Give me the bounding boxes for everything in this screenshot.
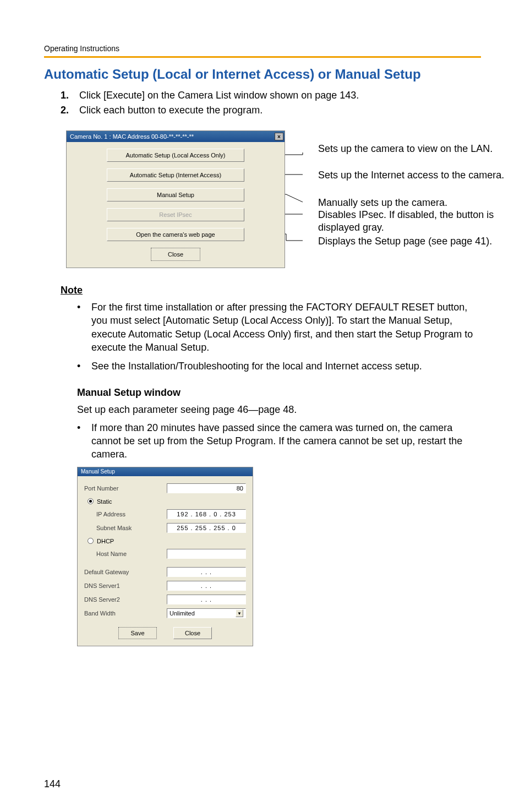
step-2: 2. Click each button to execute the prog… — [61, 105, 481, 116]
radio-selected-icon — [88, 498, 94, 504]
reset-ipsec-button[interactable]: Reset IPsec — [107, 208, 244, 221]
bandwidth-row: Band Width Unlimited ▼ — [84, 607, 246, 620]
bandwidth-select[interactable]: Unlimited ▼ — [167, 608, 246, 618]
save-button[interactable]: Save — [118, 627, 157, 639]
host-row: Host Name — [84, 547, 246, 561]
open-camera-webpage-button[interactable]: Open the camera's web page — [107, 228, 244, 241]
step-1: 1. Click [Execute] on the Camera List wi… — [61, 90, 481, 101]
dns2-field[interactable]: . . . — [167, 595, 246, 604]
note-list: For the first time installation or after… — [77, 301, 481, 373]
subnet-field[interactable]: 255 . 255 . 255 . 0 — [167, 523, 246, 533]
manual-window-body: Port Number 80 Static IP Address 192 . 1… — [78, 476, 253, 646]
manual-window-title: Manual Setup — [78, 467, 253, 476]
note-bullet-1: For the first time installation or after… — [77, 301, 481, 354]
static-radio[interactable]: Static — [84, 495, 246, 508]
gateway-field[interactable]: . . . — [167, 567, 246, 577]
host-field[interactable] — [167, 549, 246, 559]
step-2-num: 2. — [61, 105, 79, 116]
annotation-open: Displays the Setup page (see page 41). — [318, 235, 525, 248]
manual-close-button[interactable]: Close — [173, 627, 212, 639]
subnet-label: Subnet Mask — [84, 525, 167, 531]
dns1-label: DNS Server1 — [84, 582, 167, 589]
close-icon[interactable]: × — [275, 133, 283, 140]
dns2-label: DNS Server2 — [84, 596, 167, 603]
ip-row: IP Address 192 . 168 . 0 . 253 — [84, 508, 246, 521]
step-list: 1. Click [Execute] on the Camera List wi… — [44, 90, 481, 116]
step-1-text: Click [Execute] on the Camera List windo… — [79, 90, 359, 101]
annotation-manual: Manually sets up the camera. — [318, 197, 525, 209]
dns2-row: DNS Server2 . . . — [84, 593, 246, 607]
annotation-internet: Sets up the Internet access to the camer… — [318, 169, 525, 182]
gateway-row: Default Gateway . . . — [84, 565, 246, 579]
section-title: Automatic Setup (Local or Internet Acces… — [44, 67, 481, 82]
annotation-reset: Disables IPsec. If disabled, the button … — [318, 209, 525, 233]
ip-label: IP Address — [84, 511, 167, 517]
setup-diagram: Camera No. 1 : MAC Address 00-80-**-**-*… — [66, 130, 481, 268]
automatic-setup-internet-button[interactable]: Automatic Setup (Internet Access) — [107, 168, 244, 182]
manual-setup-desc: Set up each parameter seeing page 46—pag… — [77, 403, 481, 416]
manual-setup-bullets: If more than 20 minutes have passed sinc… — [77, 421, 481, 461]
automatic-setup-local-button[interactable]: Automatic Setup (Local Access Only) — [107, 149, 244, 162]
close-button[interactable]: Close — [151, 248, 200, 261]
annotation-local: Sets up the camera to view on the LAN. — [318, 143, 525, 155]
header-title: Operating Instructions — [44, 44, 481, 53]
window-title: Camera No. 1 : MAC Address 00-80-**-**-*… — [70, 133, 194, 140]
port-label: Port Number — [84, 485, 167, 492]
step-1-num: 1. — [61, 90, 79, 101]
window-titlebar: Camera No. 1 : MAC Address 00-80-**-**-*… — [67, 131, 285, 142]
header-rule — [44, 56, 481, 58]
port-row: Port Number 80 — [84, 482, 246, 495]
window-body: Automatic Setup (Local Access Only) Auto… — [67, 142, 285, 268]
step-2-text: Click each button to execute the program… — [79, 105, 262, 116]
gateway-label: Default Gateway — [84, 569, 167, 575]
subnet-row: Subnet Mask 255 . 255 . 255 . 0 — [84, 521, 246, 535]
manual-setup-bullet: If more than 20 minutes have passed sinc… — [77, 421, 481, 461]
ip-field[interactable]: 192 . 168 . 0 . 253 — [167, 509, 246, 519]
dhcp-label: DHCP — [97, 538, 114, 544]
radio-unselected-icon — [88, 538, 94, 544]
manual-button-row: Save Close — [84, 627, 246, 639]
bandwidth-label: Band Width — [84, 610, 167, 617]
manual-setup-button[interactable]: Manual Setup — [107, 188, 244, 201]
note-heading: Note — [61, 285, 481, 296]
chevron-down-icon: ▼ — [236, 609, 243, 617]
static-label: Static — [97, 498, 112, 505]
bandwidth-value: Unlimited — [169, 610, 195, 617]
dns1-row: DNS Server1 . . . — [84, 579, 246, 593]
manual-setup-heading: Manual Setup window — [77, 387, 481, 399]
page-number: 144 — [44, 778, 61, 790]
setup-window: Camera No. 1 : MAC Address 00-80-**-**-*… — [66, 130, 285, 268]
note-bullet-2: See the Installation/Troubleshooting for… — [77, 359, 481, 373]
manual-setup-window: Manual Setup Port Number 80 Static IP Ad… — [77, 467, 253, 646]
dns1-field[interactable]: . . . — [167, 581, 246, 591]
port-field[interactable]: 80 — [167, 483, 246, 493]
dhcp-radio[interactable]: DHCP — [84, 535, 246, 547]
host-label: Host Name — [84, 551, 167, 557]
